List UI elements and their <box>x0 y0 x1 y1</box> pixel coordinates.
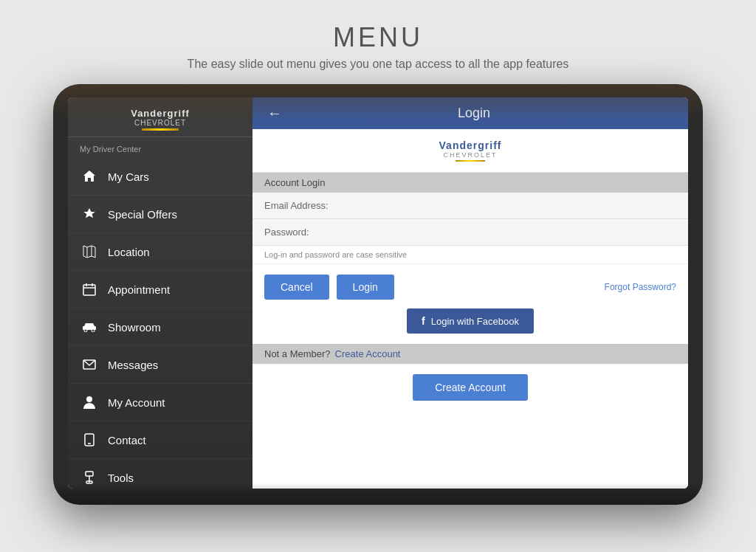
svg-rect-13 <box>86 472 93 476</box>
email-field-row: Email Address: <box>252 193 688 219</box>
back-button[interactable]: ← <box>267 105 282 122</box>
login-button[interactable]: Login <box>337 275 394 300</box>
sidebar-item-showroom[interactable]: Showroom <box>68 308 252 346</box>
svg-rect-15 <box>86 481 92 483</box>
facebook-row: f Login with Facebook <box>252 306 688 344</box>
sidebar-item-tools[interactable]: Tools <box>68 459 252 489</box>
svg-point-7 <box>84 329 87 332</box>
create-account-link[interactable]: Create Account <box>335 348 401 359</box>
map-icon <box>80 242 99 261</box>
house-icon <box>80 167 99 186</box>
facebook-icon: f <box>422 315 425 327</box>
envelope-icon <box>80 355 99 374</box>
star-icon <box>80 204 99 224</box>
password-label: Password: <box>264 227 309 238</box>
page-subtitle: The easy slide out menu gives you one ta… <box>188 58 569 71</box>
sidebar-item-location[interactable]: Location <box>68 233 252 271</box>
facebook-login-button[interactable]: f Login with Facebook <box>407 308 534 334</box>
password-field-row: Password: <box>252 219 688 246</box>
svg-rect-2 <box>83 285 95 295</box>
sidebar-item-appointment[interactable]: Appointment <box>68 271 252 308</box>
cancel-button[interactable]: Cancel <box>264 275 329 300</box>
not-member-text: Not a Member? <box>264 348 331 359</box>
sidebar-label-location: Location <box>108 246 150 258</box>
forgot-password-link[interactable]: Forgot Password? <box>605 282 676 292</box>
wrench-icon <box>80 468 99 487</box>
action-button-row: Cancel Login Forgot Password? <box>252 264 688 306</box>
sidebar-label-tools: Tools <box>108 472 134 484</box>
dealer-logo-section: Vandergriff CHEVROLET <box>252 129 688 173</box>
sidebar-item-special-offers[interactable]: Special Offers <box>68 196 252 233</box>
dealer-logo: Vandergriff CHEVROLET <box>439 139 502 162</box>
login-header-title: Login <box>297 106 651 121</box>
phone-icon <box>80 430 99 449</box>
facebook-login-label: Login with Facebook <box>431 316 519 327</box>
sidebar-logo: Vandergriff CHEVROLET <box>68 97 252 137</box>
login-header-bar: ← Login <box>252 97 688 129</box>
svg-point-10 <box>86 396 92 402</box>
sidebar: Vandergriff CHEVROLET My Driver Center M… <box>68 97 252 489</box>
logo-gold-bar <box>142 128 179 131</box>
user-icon <box>80 393 99 412</box>
not-member-bar: Not a Member? Create Account <box>252 344 688 364</box>
sidebar-label-my-cars: My Cars <box>108 170 149 183</box>
sidebar-label-showroom: Showroom <box>108 321 161 334</box>
tablet-screen: Vandergriff CHEVROLET My Driver Center M… <box>68 97 688 489</box>
case-sensitive-note: Log-in and password are case sensitive <box>252 246 688 264</box>
account-login-label: Account Login <box>252 173 688 193</box>
sidebar-item-my-account[interactable]: My Account <box>68 384 252 421</box>
tablet-frame: Vandergriff CHEVROLET My Driver Center M… <box>53 84 703 505</box>
svg-point-8 <box>92 329 94 332</box>
sidebar-section-label: My Driver Center <box>68 137 252 158</box>
logo-main: Vandergriff <box>131 108 190 119</box>
sidebar-label-contact: Contact <box>108 434 146 446</box>
logo-brand: CHEVROLET <box>134 119 186 127</box>
dealer-gold-bar <box>456 160 485 162</box>
create-account-button[interactable]: Create Account <box>413 374 528 401</box>
sidebar-item-messages[interactable]: Messages <box>68 346 252 384</box>
dealer-brand: CHEVROLET <box>439 151 502 159</box>
login-body: Vandergriff CHEVROLET Account Login Emai… <box>252 129 688 489</box>
sidebar-item-contact[interactable]: Contact <box>68 421 252 459</box>
page-title: MENU <box>188 22 569 53</box>
sidebar-label-appointment: Appointment <box>108 283 170 296</box>
dealer-name: Vandergriff <box>439 139 502 151</box>
main-content: ← Login Vandergriff CHEVROLET Account Lo… <box>252 97 688 489</box>
email-label: Email Address: <box>264 200 329 211</box>
sidebar-label-my-account: My Account <box>108 396 165 409</box>
calendar-icon <box>80 280 99 299</box>
sidebar-label-messages: Messages <box>108 359 158 371</box>
sidebar-label-special-offers: Special Offers <box>108 208 177 221</box>
car-icon <box>80 317 99 337</box>
sidebar-item-my-cars[interactable]: My Cars <box>68 158 252 196</box>
create-account-section: Create Account <box>252 364 688 411</box>
